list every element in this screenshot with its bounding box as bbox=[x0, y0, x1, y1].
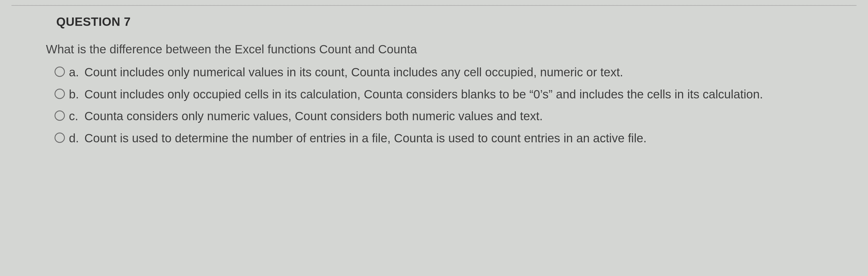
radio-icon[interactable] bbox=[55, 89, 65, 99]
option-text: Count is used to determine the number of… bbox=[84, 131, 647, 146]
radio-icon[interactable] bbox=[55, 132, 65, 143]
option-text: Count includes only occupied cells in it… bbox=[84, 87, 763, 102]
question-prompt: What is the difference between the Excel… bbox=[46, 42, 822, 56]
option-letter: b. bbox=[69, 87, 82, 102]
question-header: QUESTION 7 bbox=[56, 15, 822, 29]
option-d[interactable]: d. Count is used to determine the number… bbox=[55, 131, 822, 146]
option-c[interactable]: c. Counta considers only numeric values,… bbox=[55, 109, 822, 124]
radio-icon[interactable] bbox=[55, 67, 65, 77]
option-letter: d. bbox=[69, 131, 82, 146]
option-label: a. Count includes only numerical values … bbox=[69, 65, 623, 80]
option-label: b. Count includes only occupied cells in… bbox=[69, 87, 763, 102]
option-a[interactable]: a. Count includes only numerical values … bbox=[55, 65, 822, 80]
option-text: Counta considers only numeric values, Co… bbox=[84, 109, 543, 124]
radio-icon[interactable] bbox=[55, 111, 65, 121]
option-letter: a. bbox=[69, 65, 82, 80]
option-text: Count includes only numerical values in … bbox=[84, 65, 623, 80]
option-label: d. Count is used to determine the number… bbox=[69, 131, 647, 146]
option-label: c. Counta considers only numeric values,… bbox=[69, 109, 543, 124]
question-card: QUESTION 7 What is the difference betwee… bbox=[11, 5, 857, 164]
option-letter: c. bbox=[69, 109, 82, 124]
options-list: a. Count includes only numerical values … bbox=[55, 65, 822, 146]
option-b[interactable]: b. Count includes only occupied cells in… bbox=[55, 87, 822, 102]
